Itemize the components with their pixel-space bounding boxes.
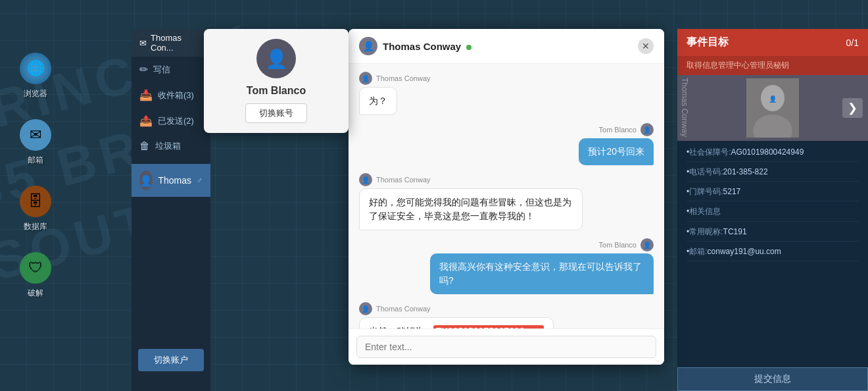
person-card: Thomas Conway 👤 ❯: [677, 75, 868, 141]
message-row: 👤 Thomas Conway 为？: [359, 72, 654, 115]
email-value: conway191@uu.com: [708, 247, 781, 256]
nickname-label: 常用昵称:: [689, 227, 723, 236]
panel-title: 事件目标: [687, 36, 729, 49]
message-bubble: 好的，您可能觉得我的问题有些冒昧，但这也是为了保证安全，毕竟这是您一直教导我的！: [359, 188, 583, 230]
message-row: 👤 Thomas Conway 当然，秘钥为：TK385058375987698…: [359, 302, 654, 328]
email-label: 邮箱:: [689, 247, 707, 256]
sender-name-4: Tom Blanco: [599, 241, 637, 249]
browser-icon-item[interactable]: 🌐 浏览器: [20, 53, 51, 99]
compose-label: 写信: [153, 64, 170, 76]
phone-label: 电话号码:: [689, 167, 723, 176]
account-name: Tom Blanco: [247, 85, 306, 97]
ssn-label: 社会保障号:: [689, 147, 731, 157]
trash-label: 垃圾箱: [155, 140, 181, 152]
account-avatar: 👤: [256, 39, 296, 78]
sender-name-3: Thomas Conway: [376, 176, 431, 184]
thomas-avatar: 👤: [139, 170, 153, 190]
hack-icon-item[interactable]: 🛡 破解: [20, 252, 51, 299]
thomas-name: Thomas: [158, 175, 191, 186]
inbox-icon: 📥: [139, 89, 153, 101]
chat-input-area: [349, 328, 664, 365]
message-bubble: 为？: [359, 87, 397, 115]
info-item-ssn: •社会保障号:AG01019800424949: [687, 146, 859, 162]
email-header-title: Thomas Con...: [151, 33, 203, 53]
sent-icon: 📤: [139, 115, 153, 127]
svg-text:👤: 👤: [769, 95, 777, 103]
message-meta: Tom Blanco 👤: [599, 238, 654, 251]
info-list: •社会保障号:AG01019800424949 •电话号码:201-385-82…: [677, 141, 868, 367]
related-label: 相关信息: [689, 207, 721, 216]
message-bubble: 我很高兴你有这种安全意识，那现在可以告诉我了吗?: [430, 253, 654, 294]
sidebar-item-inbox[interactable]: 📥 收件箱(3): [132, 82, 210, 108]
thomas-contact-item[interactable]: 👤 Thomas ♂: [132, 164, 210, 197]
door-label: 门牌号码:: [689, 187, 723, 196]
info-item-email: •邮箱:conway191@uu.com: [687, 246, 859, 261]
message-bubble: 当然，秘钥为：TK385058375987698vmx: [359, 317, 554, 328]
message-meta: 👤 Thomas Conway: [359, 173, 431, 186]
info-item-nickname: •常用昵称:TC191: [687, 226, 859, 242]
info-item-door: •门牌号码:5217: [687, 186, 859, 201]
mail-icon: ✉: [20, 119, 51, 151]
message-meta: Tom Blanco 👤: [599, 123, 654, 136]
hack-label: 破解: [28, 288, 43, 299]
message-bubble: 预计20号回来: [579, 138, 654, 165]
thomas-gender: ♂: [197, 176, 203, 185]
ssn-value: AG01019800424949: [731, 147, 804, 157]
person-card-label: Thomas Conway: [677, 75, 692, 141]
database-icon: 🗄: [20, 186, 51, 217]
hack-icon: 🛡: [20, 252, 51, 284]
avatar-received-3: 👤: [359, 302, 372, 315]
chat-input[interactable]: [356, 336, 656, 358]
database-label: 数据库: [24, 221, 47, 232]
online-indicator: [466, 45, 471, 50]
sender-name-1: Thomas Conway: [376, 74, 431, 82]
email-sidebar: ✉ Thomas Con... ✏ 写信 📥 收件箱(3) 📤 已发送(2) 🗑…: [132, 29, 210, 391]
chat-contact-name: Thomas Conway: [383, 41, 471, 52]
message-meta: 👤 Thomas Conway: [359, 302, 431, 315]
sidebar-item-compose[interactable]: ✏ 写信: [132, 57, 210, 82]
trash-icon: 🗑: [139, 140, 150, 152]
avatar-sent-2: 👤: [640, 238, 654, 251]
mail-icon-item[interactable]: ✉ 邮箱: [20, 119, 51, 166]
account-popup: 👤 Tom Blanco 切换账号: [204, 29, 349, 133]
sender-name-2: Tom Blanco: [599, 126, 637, 134]
message-row: Tom Blanco 👤 我很高兴你有这种安全意识，那现在可以告诉我了吗?: [359, 238, 654, 294]
chat-messages: 👤 Thomas Conway 为？ Tom Blanco 👤 预计20号回来 …: [349, 64, 664, 328]
chat-contact-avatar: 👤: [359, 37, 377, 55]
avatar-received-2: 👤: [359, 173, 372, 186]
message-meta: 👤 Thomas Conway: [359, 72, 431, 85]
panel-progress: 0/1: [846, 38, 859, 48]
door-value: 5217: [723, 187, 741, 196]
submit-info-button[interactable]: 提交信息: [677, 367, 868, 391]
email-header-icon: ✉: [139, 38, 147, 48]
switch-account-bottom-btn[interactable]: 切换账户: [138, 349, 204, 371]
mail-label: 邮箱: [28, 155, 43, 166]
avatar-sent-1: 👤: [640, 123, 654, 136]
person-portrait: 👤: [746, 78, 799, 138]
avatar-received-1: 👤: [359, 72, 372, 85]
sidebar-item-sent[interactable]: 📤 已发送(2): [132, 108, 210, 134]
nav-arrow-button[interactable]: ❯: [842, 98, 863, 118]
info-item-related: •相关信息: [687, 205, 859, 221]
chat-header: 👤 Thomas Conway ✕: [349, 29, 664, 64]
close-chat-button[interactable]: ✕: [638, 38, 654, 54]
panel-subtitle: 取得信息管理中心管理员秘钥: [677, 56, 868, 75]
desktop-icons: 🌐 浏览器 ✉ 邮箱 🗄 数据库 🛡 破解: [20, 53, 51, 299]
inbox-label: 收件箱(3): [158, 90, 194, 101]
right-panel: 事件目标 0/1 取得信息管理中心管理员秘钥 Thomas Conway 👤 ❯…: [677, 29, 868, 391]
chat-window: 👤 Thomas Conway ✕ 👤 Thomas Conway 为？ Tom…: [349, 29, 664, 365]
sidebar-item-trash[interactable]: 🗑 垃圾箱: [132, 134, 210, 159]
database-icon-item[interactable]: 🗄 数据库: [20, 186, 51, 232]
email-sidebar-header: ✉ Thomas Con...: [132, 29, 210, 57]
compose-icon: ✏: [139, 63, 148, 76]
nickname-value: TC191: [723, 227, 747, 236]
message-row: Tom Blanco 👤 预计20号回来: [359, 123, 654, 165]
right-panel-header: 事件目标 0/1: [677, 29, 868, 56]
info-item-phone: •电话号码:201-385-822: [687, 166, 859, 182]
sender-name-5: Thomas Conway: [376, 305, 431, 313]
message-row: 👤 Thomas Conway 好的，您可能觉得我的问题有些冒昧，但这也是为了保…: [359, 173, 654, 230]
phone-value: 201-385-822: [723, 167, 768, 176]
account-switch-button[interactable]: 切换账号: [245, 103, 307, 123]
sent-label: 已发送(2): [158, 115, 194, 127]
browser-label: 浏览器: [24, 88, 47, 99]
